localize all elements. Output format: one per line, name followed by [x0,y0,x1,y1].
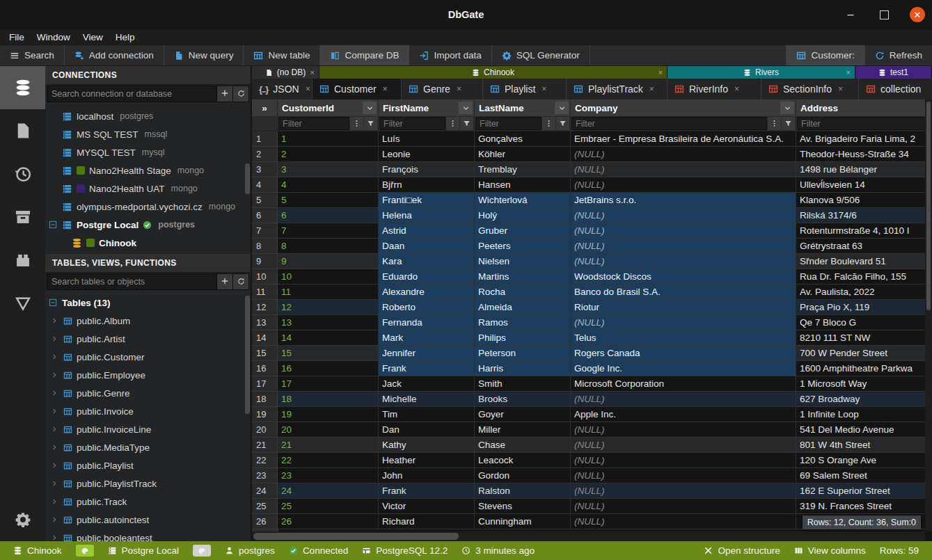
cell-lastname[interactable]: Chase [475,438,571,453]
cell-lastname[interactable]: Martins [475,269,571,285]
close-tab-icon[interactable]: × [383,84,388,94]
cell-customerid[interactable]: 3 [278,162,379,177]
table-row[interactable]: 2525VictorStevens(NULL)319 N. Frances St… [252,499,932,514]
menu-item-file[interactable]: File [3,32,31,42]
refresh-button[interactable]: Refresh [864,45,932,65]
table-item[interactable]: public.Artist [45,330,251,348]
status-view-columns[interactable]: View columns [788,545,872,556]
grid-horizontal-scrollbar[interactable] [252,531,925,541]
cell-address[interactable]: 1 Microsoft Way [796,376,932,392]
cell-address[interactable]: 1498 rue Bélanger [796,162,932,177]
tab-sectioninfo[interactable]: SectionInfo× [761,79,859,99]
cell-company[interactable]: Apple Inc. [571,407,796,422]
table-item[interactable]: public.Track [45,493,251,511]
filter-menu-button[interactable] [446,117,459,130]
table-row[interactable]: 1515JenniferPetersonRogers Canada700 W P… [252,346,932,361]
cell-customerid[interactable]: 5 [278,193,379,208]
tab-json[interactable]: {..}JSON× [252,79,313,99]
status-color-chip[interactable] [187,545,217,557]
cell-company[interactable]: Woodstock Discos [571,269,796,285]
cell-firstname[interactable]: Frank [379,483,475,499]
cell-lastname[interactable]: Ramos [475,315,571,330]
cell-customerid[interactable]: 20 [278,422,379,438]
cell-firstname[interactable]: Dan [379,422,475,438]
menu-item-window[interactable]: Window [31,32,77,42]
cell-firstname[interactable]: Luís [379,131,475,147]
menu-item-view[interactable]: View [77,32,109,42]
filter-funnel-button[interactable] [782,117,795,130]
cell-address[interactable]: 801 W 4th Street [796,438,932,453]
cell-company[interactable]: Embraer - Empresa Brasileira de Aeronáut… [571,131,796,147]
expand-columns-header[interactable]: » [252,99,278,116]
filter-menu-button[interactable] [768,117,781,130]
status-color-chip[interactable] [70,545,100,557]
cell-customerid[interactable]: 6 [278,208,379,223]
tab-riverinfo[interactable]: RiverInfo× [668,79,761,99]
table-row[interactable]: 1717JackSmithMicrosoft Corporation1 Micr… [252,376,932,392]
cell-company[interactable]: (NULL) [571,483,796,499]
cell-firstname[interactable]: Mark [379,330,475,346]
filter-input-company[interactable] [571,117,767,130]
cell-firstname[interactable]: Astrid [379,223,475,239]
table-row[interactable]: 1010EduardoMartinsWoodstock DiscosRua Dr… [252,269,932,285]
column-header-lastname[interactable]: LastName [475,99,571,116]
cell-customerid[interactable]: 12 [278,300,379,315]
table-item[interactable]: public.Genre [45,384,251,402]
close-tab-icon[interactable]: × [734,84,739,94]
cell-address[interactable]: Sřnder Boulevard 51 [796,254,932,269]
connections-search-input[interactable] [47,86,217,102]
customer--button[interactable]: Customer: [786,45,864,65]
rail-item-settings[interactable] [0,498,45,541]
cell-firstname[interactable]: Victor [379,499,475,514]
cell-lastname[interactable]: Leacock [475,453,571,468]
cell-lastname[interactable]: Gonçalves [475,131,571,147]
cell-company[interactable]: Riotur [571,300,796,315]
maximize-button[interactable] [876,7,892,22]
filter-funnel-button[interactable] [556,117,569,130]
cell-firstname[interactable]: Daan [379,239,475,254]
close-button[interactable]: ✕ [910,7,925,22]
sql-generator-button[interactable]: SQL Generator [492,45,590,65]
connection-item[interactable]: olympus-medportal.vychozi.czmongo [45,198,251,216]
grid-vertical-scrollbar[interactable] [925,99,932,531]
cell-company[interactable]: Telus [571,330,796,346]
cell-address[interactable]: 319 N. Frances Street [796,499,932,514]
cell-address[interactable]: 541 Del Medio Avenue [796,422,932,438]
column-menu-button[interactable] [459,102,473,114]
filter-menu-button[interactable] [350,117,363,130]
cell-customerid[interactable]: 24 [278,483,379,499]
table-item[interactable]: public.Employee [45,366,251,384]
cell-address[interactable]: Ullevĺlsveien 14 [796,177,932,193]
table-row[interactable]: 66HelenaHolý(NULL)Rilská 3174/6 [252,208,932,223]
cell-address[interactable]: 627 Broadway [796,392,932,407]
cell-customerid[interactable]: 10 [278,269,379,285]
cell-company[interactable]: (NULL) [571,254,796,269]
database-group-tab-chinook[interactable]: Chinook× [319,66,668,79]
table-row[interactable]: 2121KathyChase(NULL)801 W 4th Street [252,438,932,453]
cell-firstname[interactable]: Kara [379,254,475,269]
cell-lastname[interactable]: Almeida [475,300,571,315]
new-query-button[interactable]: New query [164,45,244,65]
status-postgres[interactable]: postgres [219,545,281,556]
tab-playlisttrack[interactable]: PlaylistTrack× [567,79,668,99]
tab-customer[interactable]: Customer× [313,79,402,99]
cell-customerid[interactable]: 26 [278,514,379,529]
table-row[interactable]: 99KaraNielsen(NULL)Sřnder Boulevard 51 [252,254,932,269]
cell-customerid[interactable]: 18 [278,392,379,407]
cell-firstname[interactable]: Leonie [379,147,475,162]
table-item[interactable]: public.Album [45,312,251,330]
add-connection-button[interactable]: Add connection [65,45,164,65]
table-item[interactable]: public.booleantest [45,529,251,541]
cell-lastname[interactable]: Wichterlová [475,193,571,208]
connection-item[interactable]: Nano2Health Stagemongo [45,161,251,179]
table-row[interactable]: 55Franti□ekWichterlováJetBrains s.r.o.Kl… [252,193,932,208]
cell-company[interactable]: (NULL) [571,514,796,529]
rail-item-plugins[interactable] [0,239,45,282]
filter-input-lastname[interactable] [475,117,542,130]
cell-firstname[interactable]: Richard [379,514,475,529]
cell-company[interactable]: Banco do Brasil S.A. [571,285,796,300]
connection-item[interactable]: localhostpostgres [45,107,251,125]
cell-customerid[interactable]: 2 [278,147,379,162]
cell-firstname[interactable]: Helena [379,208,475,223]
cell-lastname[interactable]: Holý [475,208,571,223]
